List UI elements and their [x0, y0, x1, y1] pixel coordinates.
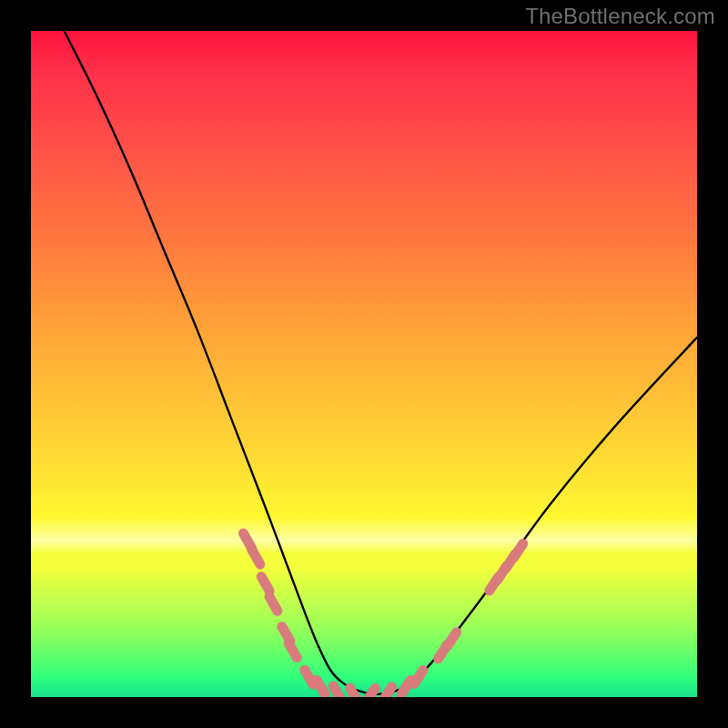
- curve-marker: [383, 687, 392, 697]
- chart-frame: TheBottleneck.com: [0, 0, 728, 728]
- watermark-text: TheBottleneck.com: [525, 4, 715, 29]
- bottleneck-curve: [31, 31, 697, 697]
- plot-area: [31, 31, 697, 697]
- curve-marker: [366, 688, 375, 697]
- curve-line: [65, 31, 697, 694]
